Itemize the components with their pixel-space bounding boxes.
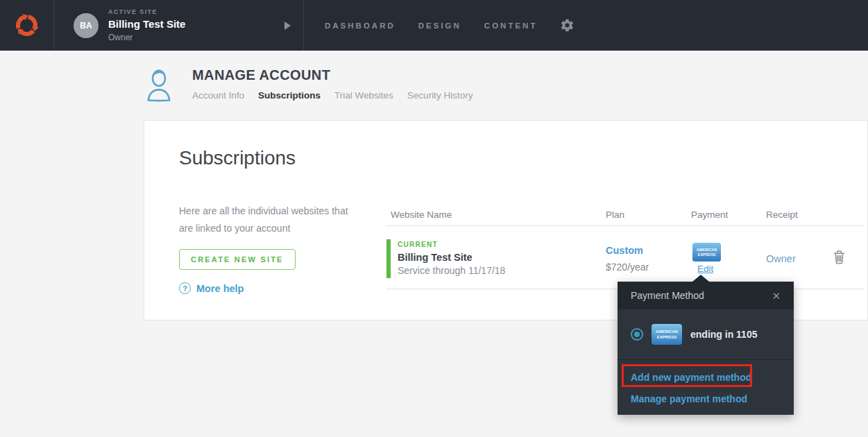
- caret-right-icon: [284, 22, 291, 30]
- receipt-owner-link[interactable]: Owner: [766, 253, 796, 264]
- app-logo[interactable]: [0, 0, 54, 51]
- site-avatar: BA: [74, 13, 99, 38]
- more-help-link[interactable]: ? More help: [179, 282, 244, 294]
- column-header-payment: Payment: [691, 209, 728, 220]
- subscriptions-heading: Subscriptions: [179, 147, 296, 169]
- page-header: MANAGE ACCOUNT Account Info Subscription…: [146, 67, 473, 103]
- delete-site-button[interactable]: [833, 250, 845, 267]
- current-site-indicator-bar: [386, 239, 391, 278]
- row-website-name: Billing Test Site: [398, 252, 473, 263]
- svg-text:EXPRESS: EXPRESS: [657, 335, 676, 339]
- site-role: Owner: [108, 33, 185, 42]
- radio-dot: [634, 332, 640, 337]
- column-header-plan: Plan: [606, 209, 624, 220]
- popup-title: Payment Method: [631, 290, 772, 301]
- svg-text:AMERICAN: AMERICAN: [656, 329, 678, 334]
- top-navigation: DASHBOARD DESIGN CONTENT: [325, 0, 575, 51]
- site-name: Billing Test Site: [108, 18, 185, 30]
- site-info: ACTIVE SITE Billing Test Site Owner: [108, 8, 185, 42]
- nav-item-design[interactable]: DESIGN: [418, 22, 461, 30]
- subscriptions-description: Here are all the individual websites tha…: [179, 203, 352, 237]
- nav-item-dashboard[interactable]: DASHBOARD: [325, 22, 395, 30]
- tab-subscriptions[interactable]: Subscriptions: [258, 90, 321, 101]
- nav-item-content[interactable]: CONTENT: [484, 22, 538, 30]
- column-header-website-name: Website Name: [391, 209, 452, 220]
- radio-selected[interactable]: [631, 328, 643, 341]
- more-help-label: More help: [196, 283, 244, 294]
- popup-arrow: [692, 275, 709, 282]
- amex-card-icon: AMERICAN EXPRESS: [652, 324, 682, 345]
- active-site-switcher[interactable]: BA ACTIVE SITE Billing Test Site Owner: [54, 0, 304, 51]
- svg-text:EXPRESS: EXPRESS: [698, 252, 716, 257]
- popup-links: Add new payment method Manage payment me…: [618, 360, 794, 415]
- page-title: MANAGE ACCOUNT: [192, 67, 473, 83]
- person-icon: [146, 67, 172, 103]
- account-tabs: Account Info Subscriptions Trial Website…: [192, 90, 473, 101]
- close-icon[interactable]: ✕: [772, 291, 781, 301]
- trash-icon: [833, 250, 845, 264]
- gear-icon: [560, 18, 575, 33]
- tab-account-info[interactable]: Account Info: [192, 90, 244, 101]
- manage-payment-method-link[interactable]: Manage payment method: [631, 393, 781, 405]
- settings-button[interactable]: [560, 18, 575, 33]
- active-site-label: ACTIVE SITE: [108, 8, 185, 15]
- edit-payment-link[interactable]: Edit: [697, 264, 713, 274]
- billing-subscriptions-page: { "topbar": { "active_site_label": "ACTI…: [0, 0, 868, 437]
- row-plan-name: Custom: [606, 245, 643, 256]
- question-circle-icon: ?: [179, 282, 191, 294]
- create-new-site-button[interactable]: CREATE NEW SITE: [179, 249, 296, 270]
- saved-card-option[interactable]: AMERICAN EXPRESS ending in 1105: [618, 309, 794, 359]
- payment-method-popup: Payment Method ✕ AMERICAN EXPRESS ending…: [618, 282, 794, 415]
- status-badge: CURRENT: [398, 241, 438, 248]
- add-new-payment-method-link[interactable]: Add new payment method: [631, 372, 781, 384]
- svg-text:AMERICAN: AMERICAN: [697, 248, 717, 252]
- row-plan-price: $720/year: [606, 262, 649, 273]
- tab-trial-websites[interactable]: Trial Websites: [334, 90, 393, 101]
- row-service-through: Service through 11/17/18: [398, 265, 505, 276]
- table-header-divider: [386, 225, 864, 226]
- card-ending-label: ending in 1105: [690, 329, 757, 340]
- amex-card-icon: AMERICAN EXPRESS: [692, 243, 721, 262]
- topbar: BA ACTIVE SITE Billing Test Site Owner D…: [0, 0, 868, 51]
- circular-arrows-logo-icon: [14, 12, 40, 38]
- page-header-text: MANAGE ACCOUNT Account Info Subscription…: [192, 67, 473, 103]
- tab-security-history[interactable]: Security History: [407, 90, 473, 101]
- column-header-receipt: Receipt: [766, 209, 798, 220]
- popup-header: Payment Method ✕: [618, 282, 794, 309]
